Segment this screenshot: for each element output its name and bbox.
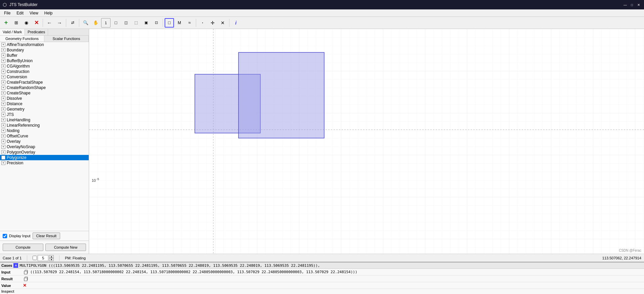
func-expand-createshape[interactable]: + — [1, 91, 5, 95]
func-item-boundary[interactable]: +Boundary — [0, 47, 89, 53]
circle-button[interactable]: ◉ — [22, 18, 31, 28]
func-item-buffer[interactable]: +Buffer — [0, 53, 89, 58]
rect1-button[interactable]: □ — [111, 18, 121, 28]
tab-geometry-functions[interactable]: Geometry Functions — [0, 36, 44, 42]
add-button[interactable]: + — [1, 18, 11, 28]
shape-m-button[interactable]: M — [175, 18, 184, 28]
func-expand-linearreferencing[interactable]: + — [1, 123, 5, 127]
spin-up-button[interactable]: ▲ — [49, 255, 54, 258]
func-expand-cgalgorithm[interactable]: + — [1, 64, 5, 68]
func-expand-affinetransformation[interactable]: + — [1, 43, 5, 47]
func-label-affinetransformation: AffineTransformation — [7, 42, 44, 47]
func-item-polygonoverlay[interactable]: +PolygonOverlay — [0, 150, 89, 155]
func-expand-createrandomshape[interactable]: + — [1, 86, 5, 90]
func-item-distance[interactable]: +Distance — [0, 101, 89, 107]
close-button[interactable]: ✕ — [636, 2, 641, 7]
back-button[interactable]: ← — [45, 18, 54, 28]
func-label-createshape: CreateShape — [7, 91, 31, 95]
case-checkbox[interactable] — [33, 256, 37, 260]
func-expand-conversion[interactable]: + — [1, 75, 5, 79]
grid-button[interactable]: ⊞ — [11, 18, 21, 28]
func-item-linearreferencing[interactable]: +LinearReferencing — [0, 123, 89, 128]
func-item-offsetcurve[interactable]: +OffsetCurve — [0, 133, 89, 139]
menu-help[interactable]: Help — [42, 10, 55, 16]
info-button[interactable]: i — [231, 18, 241, 28]
func-expand-dissolve[interactable]: + — [1, 96, 5, 100]
func-item-jts[interactable]: +JTS — [0, 112, 89, 117]
rect2-button[interactable]: ◫ — [121, 18, 131, 28]
func-expand-overlay[interactable]: + — [1, 139, 5, 143]
tab-scalar-functions[interactable]: Scalar Functions — [44, 36, 89, 42]
rect4-button[interactable]: ▣ — [141, 18, 151, 28]
zoom-in-button[interactable]: 🔍 — [81, 18, 90, 28]
compute-button[interactable]: Compute — [3, 244, 43, 251]
display-input-checkbox[interactable] — [3, 234, 7, 238]
toolbar-sep-2 — [66, 19, 66, 27]
num-button[interactable]: 1 — [101, 18, 111, 28]
func-item-conversion[interactable]: +Conversion — [0, 74, 89, 80]
func-item-affinetransformation[interactable]: +AffineTransformation — [0, 42, 89, 47]
func-item-dissolve[interactable]: +Dissolve — [0, 96, 89, 101]
result-copy-icon[interactable] — [23, 276, 29, 282]
x2-button[interactable]: ✕ — [218, 18, 227, 28]
compute-new-button[interactable]: Compute New — [45, 244, 86, 251]
func-label-dissolve: Dissolve — [7, 96, 22, 101]
func-expand-polygonoverlay[interactable]: + — [1, 150, 5, 154]
func-label-createrandomshape: CreateRandomShape — [7, 85, 46, 90]
pan-button[interactable]: ✋ — [91, 18, 100, 28]
func-expand-polygonize[interactable]: + — [1, 156, 5, 160]
func-expand-overlaynosnap[interactable]: + — [1, 145, 5, 149]
func-item-linehandling[interactable]: +LineHandling — [0, 117, 89, 123]
input-copy-icon[interactable] — [23, 269, 29, 275]
dot-button[interactable]: · — [198, 18, 207, 28]
func-expand-precision[interactable]: + — [1, 161, 5, 165]
func-expand-construction[interactable]: + — [1, 70, 5, 74]
tab-predicates[interactable]: Predicates — [25, 29, 48, 35]
swap-button[interactable]: ⇄ — [68, 18, 77, 28]
func-item-noding[interactable]: +Noding — [0, 128, 89, 133]
func-item-bufferbyunion[interactable]: +BufferByUnion — [0, 58, 89, 64]
func-item-createfractalshape[interactable]: +CreateFractalShape — [0, 80, 89, 85]
forward-button[interactable]: → — [55, 18, 64, 28]
func-label-linearreferencing: LinearReferencing — [7, 123, 40, 128]
watermark: CSDN @Ferac — [619, 249, 641, 252]
canvas-area[interactable]: 10 -5 CSDN @Ferac — [89, 29, 644, 254]
func-item-createrandomshape[interactable]: +CreateRandomShape — [0, 85, 89, 90]
cross-button[interactable]: ✛ — [208, 18, 217, 28]
minimize-button[interactable]: — — [622, 2, 628, 7]
func-expand-noding[interactable]: + — [1, 129, 5, 133]
func-item-cgalgorithm[interactable]: +CGAlgorithm — [0, 64, 89, 69]
func-item-geometry[interactable]: +Geometry — [0, 107, 89, 112]
shape-wave-button[interactable]: ≈ — [185, 18, 194, 28]
maximize-button[interactable]: □ — [629, 2, 635, 7]
menu-view[interactable]: View — [27, 10, 41, 16]
func-expand-buffer[interactable]: + — [1, 53, 5, 57]
func-item-overlay[interactable]: +Overlay — [0, 139, 89, 144]
value-label: Value — [1, 284, 22, 288]
func-item-polygonize[interactable]: +Polygonize — [0, 155, 89, 160]
func-expand-jts[interactable]: + — [1, 113, 5, 117]
menu-file[interactable]: File — [1, 10, 13, 16]
menu-edit[interactable]: Edit — [14, 10, 26, 16]
delete-button[interactable]: ✕ — [32, 18, 41, 28]
func-item-overlaynosnap[interactable]: +OverlayNoSnap — [0, 144, 89, 150]
func-expand-geometry[interactable]: + — [1, 107, 5, 111]
inspect-label: Inspect — [1, 289, 14, 293]
func-expand-bufferbyunion[interactable]: + — [1, 59, 5, 63]
func-item-createshape[interactable]: +CreateShape — [0, 90, 89, 96]
func-expand-createfractalshape[interactable]: + — [1, 80, 5, 84]
spin-down-button[interactable]: ▼ — [49, 258, 54, 261]
rect5-button[interactable]: ⊡ — [152, 18, 161, 28]
func-list[interactable]: +AffineTransformation+Boundary+Buffer+Bu… — [0, 42, 89, 231]
func-item-construction[interactable]: +Construction — [0, 69, 89, 74]
func-expand-distance[interactable]: + — [1, 102, 5, 106]
rect3-button[interactable]: ⬚ — [131, 18, 141, 28]
func-expand-linehandling[interactable]: + — [1, 118, 5, 122]
func-item-precision[interactable]: +Precision — [0, 160, 89, 166]
shape-a-button[interactable]: □ — [165, 18, 174, 28]
func-expand-boundary[interactable]: + — [1, 48, 5, 52]
tab-valid-mark[interactable]: Valid / Mark — [0, 29, 25, 35]
clear-result-button[interactable]: Clear Result — [33, 233, 60, 239]
result-label: Result — [1, 277, 22, 281]
func-expand-offsetcurve[interactable]: + — [1, 134, 5, 138]
